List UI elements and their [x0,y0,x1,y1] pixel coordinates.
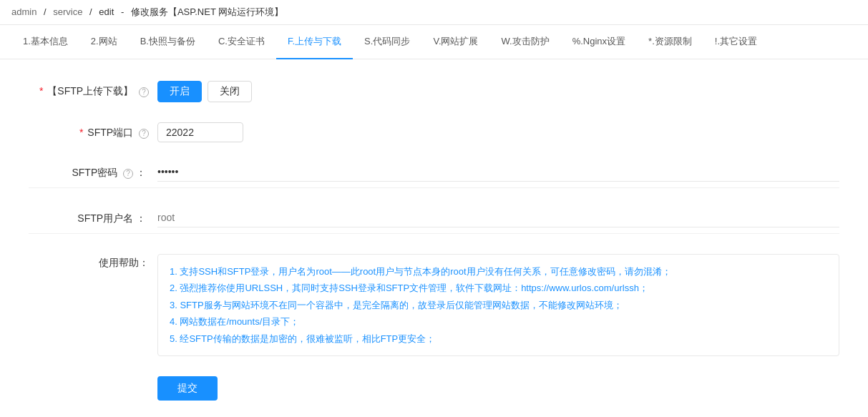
help-item-3: 3. SFTP服务与网站环境不在同一个容器中，是完全隔离的，故登录后仅能管理网站… [170,297,827,313]
help-label: 使用帮助： [29,254,157,270]
tab-upload[interactable]: F.上传与下载 [276,25,353,59]
tab-ssl[interactable]: C.安全证书 [207,25,276,59]
content-area: * 【SFTP上传下载】 ? 开启 关闭 * SFTP端口 ? SFTP密码 [0,59,868,417]
breadcrumb: admin / service / edit - 修改服务【ASP.NET 网站… [0,0,868,25]
help-item-4: 4. 网站数据在/mounts/目录下； [170,313,827,330]
tab-website[interactable]: 2.网站 [79,25,129,59]
breadcrumb-edit: edit [99,6,114,17]
help-item-2: 2. 强烈推荐你使用URLSSH，其同时支持SSH登录和SFTP文件管理，软件下… [170,280,827,296]
sftp-enable-button[interactable]: 开启 [157,81,202,102]
tab-other[interactable]: !.其它设置 [703,25,769,59]
sftp-password-input[interactable] [157,162,839,182]
tab-bar: 1.基本信息 2.网站 B.快照与备份 C.安全证书 F.上传与下载 S.代码同… [0,25,868,59]
tab-basic[interactable]: 1.基本信息 [11,25,79,59]
sftp-password-label: SFTP密码 ? ： [29,162,157,180]
help-item-1: 1. 支持SSH和SFTP登录，用户名为root——此root用户与节点本身的r… [170,263,827,280]
sftp-username-row: SFTP用户名 ： [29,208,839,234]
sftp-username-content [157,208,839,227]
breadcrumb-admin[interactable]: admin [11,6,36,17]
sftp-port-input[interactable] [157,122,243,142]
help-content: 1. 支持SSH和SFTP登录，用户名为root——此root用户与节点本身的r… [157,254,839,356]
sftp-toggle-content: 开启 关闭 [157,81,839,102]
sftp-port-content [157,122,839,142]
help-item-5: 5. 经SFTP传输的数据是加密的，很难被监听，相比FTP更安全； [170,330,827,347]
tab-resource[interactable]: *.资源限制 [637,25,703,59]
sftp-password-row: SFTP密码 ? ： [29,162,839,188]
sftp-help-icon[interactable]: ? [139,87,149,97]
sftp-toggle-label: * 【SFTP上传下载】 ? [29,81,157,98]
sftp-disable-button[interactable]: 关闭 [208,81,252,102]
sftp-port-row: * SFTP端口 ? [29,122,839,142]
main-container: 1.基本信息 2.网站 B.快照与备份 C.安全证书 F.上传与下载 S.代码同… [0,25,868,417]
help-section: 使用帮助： 1. 支持SSH和SFTP登录，用户名为root——此root用户与… [29,254,839,356]
sftp-password-content [157,162,839,182]
tab-ddos[interactable]: W.攻击防护 [490,25,561,59]
sftp-port-help-icon[interactable]: ? [139,129,149,139]
breadcrumb-service[interactable]: service [53,6,82,17]
submit-row: 提交 [29,376,839,401]
breadcrumb-title: 修改服务【ASP.NET 网站运行环境】 [131,6,283,17]
tab-sync[interactable]: S.代码同步 [353,25,421,59]
sftp-port-label: * SFTP端口 ? [29,122,157,139]
submit-button[interactable]: 提交 [157,376,218,401]
sftp-username-input[interactable] [157,208,839,227]
tab-extend[interactable]: V.网站扩展 [421,25,489,59]
sftp-toggle-row: * 【SFTP上传下载】 ? 开启 关闭 [29,81,839,102]
tab-snapshot[interactable]: B.快照与备份 [129,25,207,59]
sftp-password-help-icon[interactable]: ? [123,169,133,179]
sftp-username-label: SFTP用户名 ： [29,208,157,225]
tab-nginx[interactable]: %.Nginx设置 [561,25,637,59]
